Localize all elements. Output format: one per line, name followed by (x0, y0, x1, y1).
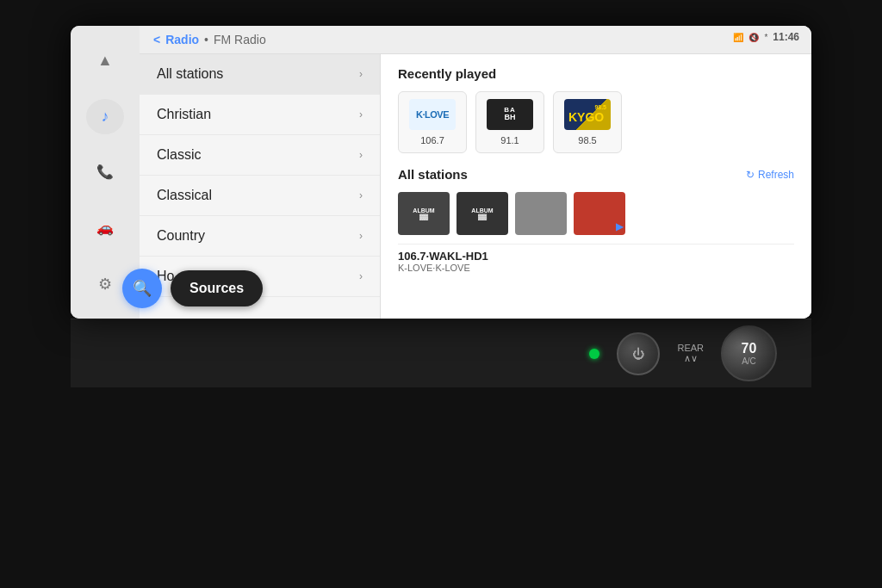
ac-knob[interactable]: 70 A/C (721, 325, 777, 381)
menu-item-christian[interactable]: Christian › (140, 95, 380, 135)
menu-item-all-stations[interactable]: All stations › (140, 54, 380, 95)
wakl-logo: BA BH (487, 99, 533, 130)
bluetooth-icon: * (764, 33, 767, 42)
station-card-wakl[interactable]: BA BH 91.1 (475, 91, 544, 153)
breadcrumb-title: Radio (165, 33, 199, 46)
kygo-logo: 98.5 KYGO (564, 99, 611, 130)
recently-played-header: Recently played (398, 66, 794, 81)
sidebar-icon-music[interactable]: ♪ (86, 99, 124, 134)
rear-label: REAR∧∨ (677, 343, 704, 364)
ac-label: A/C (742, 356, 756, 366)
menu-item-label: Country (157, 228, 205, 244)
refresh-label: Refresh (758, 169, 794, 181)
kygo-freq: 98.5 (578, 135, 596, 145)
chevron-icon: › (359, 189, 363, 201)
breadcrumb-subtitle: FM Radio (214, 33, 266, 46)
back-button[interactable]: < (153, 33, 160, 46)
album-card-4[interactable]: ▶ (574, 192, 625, 235)
wakl-freq: 91.1 (500, 135, 519, 145)
station-card-klove[interactable]: K·LOVE 106.7 (398, 91, 467, 153)
now-playing-bar: 106.7·WAKL-HD1 K-LOVE·K-LOVE (398, 244, 794, 273)
refresh-button[interactable]: ↻ Refresh (746, 169, 794, 181)
menu-item-classic[interactable]: Classic › (140, 135, 380, 176)
refresh-icon: ↻ (746, 169, 755, 181)
mute-icon: 🔇 (748, 33, 759, 42)
klove-logo: K·LOVE (409, 99, 456, 130)
playing-icon: ▶ (616, 221, 623, 232)
album-card-1[interactable]: ALBUM ▓▓ (398, 192, 450, 235)
menu-item-label: All stations (157, 66, 223, 82)
status-bar: 📶 🔇 * 11:46 (733, 31, 799, 43)
signal-icon: 📶 (733, 33, 743, 42)
breadcrumb: < Radio • FM Radio (140, 26, 811, 54)
sources-button[interactable]: Sources (171, 270, 263, 306)
indicator-green (589, 349, 599, 359)
all-stations-header: All stations ↻ Refresh (398, 167, 794, 182)
menu-item-classical[interactable]: Classical › (140, 176, 380, 216)
now-playing-subtitle: K-LOVE·K-LOVE (398, 263, 794, 273)
all-stations-cards: ALBUM ▓▓ ALBUM ▓▓ ▶ (398, 192, 794, 235)
car-screen: 📶 🔇 * 11:46 ▲ ♪ 📞 🚗 ⚙ < Radio • FM Radio (71, 26, 811, 319)
search-button[interactable]: 🔍 (122, 269, 162, 308)
chevron-icon: › (359, 270, 363, 282)
sidebar-icon-navigation[interactable]: ▲ (86, 43, 124, 78)
sidebar-icon-car[interactable]: 🚗 (86, 210, 124, 245)
temp-value: 70 (742, 341, 757, 356)
station-card-kygo[interactable]: 98.5 KYGO 98.5 (553, 91, 622, 153)
chevron-icon: › (359, 68, 363, 80)
recently-played-title: Recently played (398, 66, 496, 81)
chevron-icon: › (359, 149, 363, 161)
bottom-bar: 🔍 Sources (122, 269, 263, 308)
time-display: 11:46 (773, 31, 799, 43)
search-icon: 🔍 (133, 279, 152, 298)
album-card-2[interactable]: ALBUM ▓▓ (457, 192, 508, 235)
now-playing-title: 106.7·WAKL-HD1 (398, 250, 794, 263)
right-column: Recently played K·LOVE 106.7 (381, 54, 811, 319)
sidebar-icon-phone[interactable]: 📞 (86, 155, 124, 190)
album-card-3[interactable] (515, 192, 567, 235)
sidebar-icon-settings[interactable]: ⚙ (86, 266, 124, 301)
breadcrumb-dot: • (204, 33, 208, 46)
klove-freq: 106.7 (420, 135, 444, 145)
chevron-icon: › (359, 108, 363, 121)
menu-item-label: Christian (157, 107, 211, 122)
all-stations-title: All stations (398, 167, 468, 182)
recently-played-cards: K·LOVE 106.7 BA BH 91.1 (398, 91, 794, 153)
menu-item-country[interactable]: Country › (140, 216, 380, 257)
chevron-icon: › (359, 230, 363, 242)
menu-item-label: Classic (157, 147, 202, 163)
menu-item-label: Classical (157, 188, 212, 203)
power-button[interactable]: ⏻ (617, 332, 660, 375)
